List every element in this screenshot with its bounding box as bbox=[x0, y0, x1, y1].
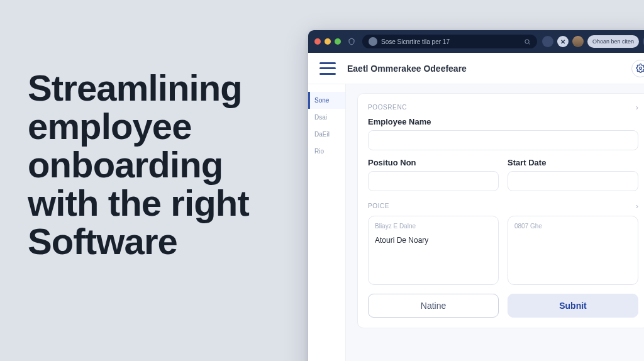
search-icon bbox=[524, 38, 531, 45]
section-header-1[interactable]: POOSRENC › bbox=[368, 103, 638, 112]
notes-left-hint: Bliayz E Dalne bbox=[375, 223, 492, 230]
app-body: Sone Dsai DaEil Rio POOSRENC › Employee … bbox=[308, 84, 644, 361]
submit-button[interactable]: Subnit bbox=[508, 294, 638, 318]
sidebar-item-2[interactable]: DaEil bbox=[308, 126, 345, 143]
svg-point-2 bbox=[639, 67, 641, 70]
address-bar[interactable]: Sose Sicnrtire tila per 17 bbox=[362, 35, 537, 48]
browser-actions: ✕ Ohoan ben citen ✕ bbox=[542, 35, 644, 48]
start-date-input[interactable] bbox=[508, 171, 638, 191]
gear-icon bbox=[636, 64, 645, 73]
browser-chrome: Sose Sicnrtire tila per 17 ✕ Ohoan ben c… bbox=[308, 30, 644, 53]
profile-avatar[interactable] bbox=[572, 36, 584, 47]
site-avatar-icon bbox=[369, 37, 377, 46]
position-field: Posituo Non bbox=[368, 158, 499, 191]
section-header-2[interactable]: POICE › bbox=[368, 201, 638, 211]
sidebar-item-0[interactable]: Sone bbox=[308, 92, 345, 109]
app-title: Eaetl Ommerakee Odeefeare bbox=[347, 64, 467, 74]
secondary-button[interactable]: Natine bbox=[368, 294, 499, 318]
extension-icon[interactable] bbox=[542, 36, 553, 47]
app-window: Sose Sicnrtire tila per 17 ✕ Ohoan ben c… bbox=[308, 30, 644, 361]
sidebar-item-1[interactable]: Dsai bbox=[308, 109, 345, 126]
minimize-window-icon[interactable] bbox=[325, 38, 331, 45]
start-date-label: Start Date bbox=[508, 158, 638, 167]
notes-left-box[interactable]: Bliayz E Dalne Atouri De Noary bbox=[368, 216, 499, 285]
browser-action-pill[interactable]: Ohoan ben citen bbox=[587, 35, 639, 48]
browser-action-label: Ohoan ben citen bbox=[592, 38, 634, 45]
svg-point-0 bbox=[525, 39, 529, 43]
position-input[interactable] bbox=[368, 171, 499, 191]
app-header: Eaetl Ommerakee Odeefeare bbox=[308, 53, 644, 84]
settings-button[interactable] bbox=[631, 60, 644, 77]
chevron-right-icon: › bbox=[636, 201, 638, 211]
position-label: Posituo Non bbox=[368, 158, 499, 167]
employee-name-input[interactable] bbox=[368, 130, 638, 150]
svg-line-1 bbox=[529, 43, 530, 44]
traffic-lights bbox=[314, 38, 341, 45]
maximize-window-icon[interactable] bbox=[335, 38, 341, 45]
marketing-headline: Streamlining employee onboarding with th… bbox=[28, 69, 292, 260]
notes-right-box[interactable]: 0807 Ghe bbox=[508, 216, 638, 285]
close-tab-icon[interactable]: ✕ bbox=[557, 36, 569, 47]
onboarding-form: POOSRENC › Employee Name Posituo Non Sta… bbox=[357, 93, 644, 328]
main-pane: POOSRENC › Employee Name Posituo Non Sta… bbox=[346, 84, 644, 361]
notes-row: Bliayz E Dalne Atouri De Noary 0807 Ghe bbox=[368, 216, 638, 285]
notes-left-entry: Atouri De Noary bbox=[375, 236, 428, 245]
form-buttons: Natine Subnit bbox=[368, 294, 638, 318]
sidebar: Sone Dsai DaEil Rio bbox=[308, 84, 346, 361]
employee-name-field: Employee Name bbox=[368, 117, 638, 150]
close-window-icon[interactable] bbox=[314, 38, 321, 45]
chevron-right-icon: › bbox=[636, 103, 638, 112]
address-text: Sose Sicnrtire tila per 17 bbox=[381, 38, 520, 45]
shield-icon bbox=[346, 36, 357, 47]
start-date-field: Start Date bbox=[508, 158, 638, 191]
sidebar-item-3[interactable]: Rio bbox=[308, 143, 345, 160]
employee-name-label: Employee Name bbox=[368, 117, 638, 126]
section-label-1: POOSRENC bbox=[368, 104, 407, 111]
section-label-2: POICE bbox=[368, 203, 389, 209]
hamburger-menu-icon[interactable] bbox=[319, 62, 336, 75]
notes-right-hint: 0807 Ghe bbox=[514, 223, 631, 230]
